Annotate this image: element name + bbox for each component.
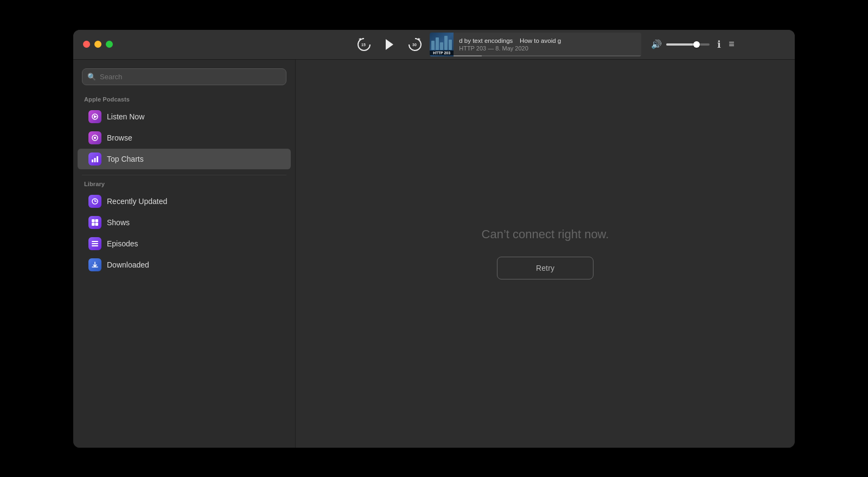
svg-point-8 — [94, 137, 96, 139]
svg-rect-15 — [92, 222, 95, 226]
svg-marker-2 — [386, 39, 393, 50]
svg-rect-11 — [97, 156, 98, 162]
search-input[interactable] — [82, 68, 286, 85]
sidebar-item-downloaded[interactable]: Downloaded — [78, 255, 291, 275]
episodes-icon — [88, 237, 101, 250]
volume-fill — [666, 43, 697, 46]
top-charts-label: Top Charts — [107, 155, 144, 163]
svg-rect-14 — [95, 219, 99, 222]
podcast-thumbnail: HTTP 203 — [430, 33, 454, 56]
minimize-button[interactable] — [94, 41, 101, 48]
apple-podcasts-section-label: Apple Podcasts — [73, 96, 295, 106]
progress-bar[interactable] — [454, 55, 641, 56]
svg-rect-19 — [92, 245, 98, 246]
play-button[interactable] — [381, 36, 398, 53]
svg-rect-9 — [92, 160, 93, 162]
close-button[interactable] — [83, 41, 90, 48]
now-playing-subtitle: HTTP 203 — 8. May 2020 — [459, 45, 636, 52]
progress-fill — [454, 55, 482, 56]
svg-text:15: 15 — [361, 43, 366, 47]
listen-now-icon — [88, 110, 101, 123]
traffic-lights — [73, 41, 296, 48]
recently-updated-icon — [88, 195, 101, 208]
sidebar-item-browse[interactable]: Browse — [78, 128, 291, 148]
recently-updated-label: Recently Updated — [107, 197, 167, 206]
skip-back-button[interactable]: 15 — [356, 36, 372, 53]
svg-rect-17 — [92, 241, 98, 242]
now-playing-info: d by text encodings How to avoid g HTTP … — [454, 35, 641, 54]
svg-marker-6 — [94, 115, 97, 118]
listen-now-label: Listen Now — [107, 112, 144, 121]
volume-thumb — [693, 41, 700, 48]
sidebar-item-shows[interactable]: Shows — [78, 212, 291, 233]
player-left-controls: 15 30 — [356, 36, 423, 53]
volume-icon: 🔊 — [651, 39, 662, 49]
player-controls: 15 30 — [296, 33, 795, 56]
now-playing-title: d by text encodings How to avoid g — [459, 37, 636, 44]
svg-rect-18 — [92, 243, 98, 244]
svg-text:30: 30 — [412, 43, 417, 47]
sidebar-item-episodes[interactable]: Episodes — [78, 233, 291, 254]
shows-icon — [88, 216, 101, 229]
sidebar-item-top-charts[interactable]: Top Charts — [78, 149, 291, 169]
library-section-label: Library — [73, 181, 295, 190]
shows-label: Shows — [107, 218, 130, 227]
downloaded-label: Downloaded — [107, 260, 149, 269]
browse-label: Browse — [107, 133, 132, 142]
title-bar: 15 30 — [73, 30, 795, 60]
downloaded-icon — [88, 258, 101, 271]
app-window: 15 30 — [73, 30, 795, 448]
player-right-controls: 🔊 ℹ ≡ — [651, 39, 735, 50]
main-content: 🔍 Apple Podcasts Listen Now — [73, 60, 795, 448]
browse-icon — [88, 131, 101, 144]
volume-control: 🔊 — [651, 39, 710, 49]
list-button[interactable]: ≡ — [729, 39, 735, 50]
top-charts-icon — [88, 152, 101, 166]
info-button[interactable]: ℹ — [717, 39, 721, 50]
svg-rect-16 — [95, 222, 99, 226]
retry-button[interactable]: Retry — [497, 257, 593, 279]
sidebar-item-listen-now[interactable]: Listen Now — [78, 106, 291, 127]
http-badge: HTTP 203 — [430, 50, 454, 55]
now-playing-bar[interactable]: HTTP 203 d by text encodings How to avoi… — [430, 33, 641, 56]
sidebar: 🔍 Apple Podcasts Listen Now — [73, 60, 296, 448]
error-message: Can’t connect right now. — [482, 227, 609, 241]
skip-forward-button[interactable]: 30 — [407, 36, 423, 53]
sidebar-item-recently-updated[interactable]: Recently Updated — [78, 191, 291, 212]
svg-rect-13 — [92, 219, 95, 222]
main-area: Can’t connect right now. Retry — [296, 60, 795, 448]
episodes-label: Episodes — [107, 239, 138, 248]
search-icon: 🔍 — [87, 73, 96, 81]
svg-rect-10 — [94, 158, 96, 162]
search-bar: 🔍 — [82, 68, 286, 85]
volume-slider[interactable] — [666, 43, 710, 46]
maximize-button[interactable] — [106, 41, 113, 48]
sidebar-divider — [82, 175, 286, 175]
